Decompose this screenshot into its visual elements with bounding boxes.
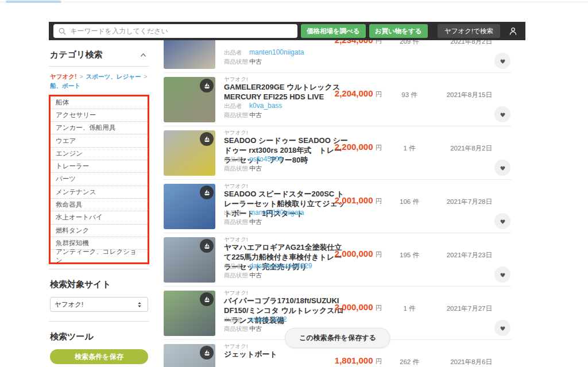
item-seller-row: 出品者 osami_0312 [224, 315, 287, 324]
item-price: 2,001,000 円 [307, 195, 382, 206]
save-search-conditions-button[interactable]: 検索条件を保存 [50, 349, 148, 364]
category-item[interactable]: 水上オートバイ [51, 211, 148, 224]
item-condition-row: 商品状態 中古 [224, 111, 262, 119]
item-price-unit: 円 [376, 198, 382, 204]
item-price-value: 2,204,000 [335, 88, 373, 98]
save-search-pill-button[interactable]: この検索条件を保存する [285, 328, 390, 348]
item-condition-value: 中古 [249, 111, 262, 119]
item-thumbnail[interactable] [164, 344, 215, 367]
item-price-value: 2,001,000 [335, 195, 373, 205]
favorite-button[interactable] [494, 213, 510, 229]
category-item[interactable]: アンティーク、コレクション [51, 250, 148, 262]
item-bid-count: 195 件 [389, 251, 430, 260]
auction-item-row[interactable]: ヤフオク! ヤマハエアロギアAG21全塗装仕立て225馬力船検付き車検付きトレー… [164, 233, 511, 287]
item-price: 2,200,000 円 [307, 142, 382, 152]
page: 価格相場を調べる お買い物をする ヤフオク!で検索 カテゴリ検索 ヤフオク! >… [0, 0, 588, 367]
chevron-up-icon [140, 52, 147, 58]
item-price: 2,204,000 円 [307, 88, 382, 99]
boat-badge-icon [203, 242, 211, 250]
shopping-button[interactable]: お買い物をする [369, 24, 428, 38]
condition-label: 商品状態 [224, 218, 249, 226]
tools-section-title: 検索ツール [49, 322, 149, 349]
item-seller-link[interactable]: manten100niigata [249, 208, 304, 217]
auction-item-row[interactable]: ヤフオク! SEADOO スピードスター200SC トレーラーセット船検取り立て… [164, 180, 511, 233]
item-seller-row: 出品者 osjlo45009 [224, 155, 283, 164]
heart-icon [499, 324, 506, 332]
item-price-value: 2,000,000 [335, 302, 373, 312]
price-market-button[interactable]: 価格相場を調べる [301, 24, 366, 38]
item-price-unit: 円 [376, 304, 382, 311]
seller-label: 出品者 [224, 49, 249, 57]
item-condition-row: 商品状態 中古 [224, 57, 262, 66]
category-item[interactable]: メンテナンス [51, 186, 148, 199]
favorite-button[interactable] [494, 320, 510, 336]
item-condition-row: 商品状態 中古 [224, 271, 262, 280]
top-divider-line [0, 2, 588, 2]
item-bid-count: 1 件 [389, 144, 430, 153]
search-input[interactable] [70, 27, 293, 35]
search-icon [58, 27, 67, 36]
item-condition-row: 商品状態 中古 [224, 324, 262, 333]
favorite-button[interactable] [494, 53, 510, 69]
favorite-button[interactable] [494, 266, 510, 283]
item-price: 2,000,000 円 [307, 249, 382, 259]
item-thumbnail[interactable] [164, 291, 215, 336]
boat-badge-icon [203, 295, 211, 304]
category-item[interactable]: トレーラー [51, 160, 148, 173]
search-box[interactable] [53, 24, 297, 38]
breadcrumb-item[interactable]: 船、ボート [50, 82, 80, 89]
item-thumbnail[interactable] [164, 184, 215, 229]
breadcrumb-item[interactable]: ヤフオク! [50, 73, 76, 80]
boat-badge-icon [203, 349, 211, 357]
breadcrumb-item[interactable]: スポーツ、レジャー [86, 73, 141, 80]
category-item[interactable]: アンカー、係船用具 [51, 122, 148, 134]
category-item[interactable]: 船体 [51, 96, 148, 109]
item-price-value: 2,000,000 [335, 249, 373, 258]
item-price: 2,000,000 円 [307, 302, 382, 312]
item-thumbnail[interactable] [164, 130, 215, 176]
item-condition-row: 商品状態 中古 [224, 218, 262, 226]
heart-icon [499, 111, 506, 118]
category-item[interactable]: エンジン [51, 148, 148, 160]
item-condition-value: 中古 [249, 218, 262, 226]
category-item[interactable]: パーツ [51, 173, 148, 186]
item-seller-row: 出品者 manten100niigata [224, 208, 304, 217]
item-end-date: 2021年7月28日 [429, 198, 492, 206]
category-list: 船体アクセサリーアンカー、係船用具ウエアエンジントレーラーパーツメンテナンス救命… [51, 96, 148, 263]
condition-label: 商品状態 [224, 272, 249, 280]
category-item[interactable]: 燃料タンク [51, 225, 148, 237]
site-select-value: ヤフオク! [55, 300, 83, 309]
item-end-date: 2021年7月27日 [429, 304, 492, 313]
condition-label: 商品状態 [224, 58, 249, 66]
item-bid-count: 106 件 [389, 198, 430, 206]
item-end-date: 2021年7月23日 [429, 251, 492, 260]
item-thumbnail[interactable] [164, 77, 215, 122]
sidebar: カテゴリ検索 ヤフオク! > スポーツ、レジャー > 船、ボート 船体アクセサリ… [49, 40, 149, 367]
item-thumbnail[interactable] [164, 237, 215, 283]
user-account-button[interactable] [506, 24, 520, 38]
category-highlight-box: 船体アクセサリーアンカー、係船用具ウエアエンジントレーラーパーツメンテナンス救命… [49, 95, 149, 265]
category-section-header[interactable]: カテゴリ検索 [49, 40, 149, 66]
site-select[interactable]: ヤフオク! [50, 297, 148, 312]
condition-label: 商品状態 [224, 165, 249, 173]
item-price-unit: 円 [376, 358, 382, 365]
favorite-button[interactable] [494, 160, 510, 176]
auction-item-row[interactable]: ヤフオク! SEADOO シードゥー SEADOO シードゥー rxt300rs… [164, 126, 511, 180]
boat-badge-icon [203, 188, 211, 197]
category-section-title: カテゴリ検索 [50, 49, 102, 60]
favorite-button[interactable] [494, 106, 510, 122]
category-item[interactable]: アクセサリー [51, 109, 148, 122]
boat-badge-icon [203, 135, 211, 144]
item-seller-row: 出品者 daisukedaisuke0829 [224, 262, 312, 271]
category-item[interactable]: 救命器具 [51, 199, 148, 211]
item-seller-link[interactable]: manten100niigata [249, 48, 304, 56]
item-seller-row: 出品者 manten100niigata [224, 48, 304, 57]
item-seller-link[interactable]: k0va_bass [249, 102, 282, 110]
item-seller-link[interactable]: osjlo45009 [249, 155, 283, 163]
auction-item-row[interactable]: ヤフオク! GAMELER209GE ウルトレックス MERCURY EFI22… [164, 73, 511, 126]
item-seller-link[interactable]: osami_0312 [249, 315, 287, 323]
results-list: ヤフオク! 出品者 manten100niigata 商品状態 中古 2,234… [164, 20, 511, 367]
yafuoku-search-button[interactable]: ヤフオク!で検索 [438, 24, 500, 38]
category-item[interactable]: ウエア [51, 134, 148, 147]
item-seller-link[interactable]: daisukedaisuke0829 [249, 262, 312, 270]
